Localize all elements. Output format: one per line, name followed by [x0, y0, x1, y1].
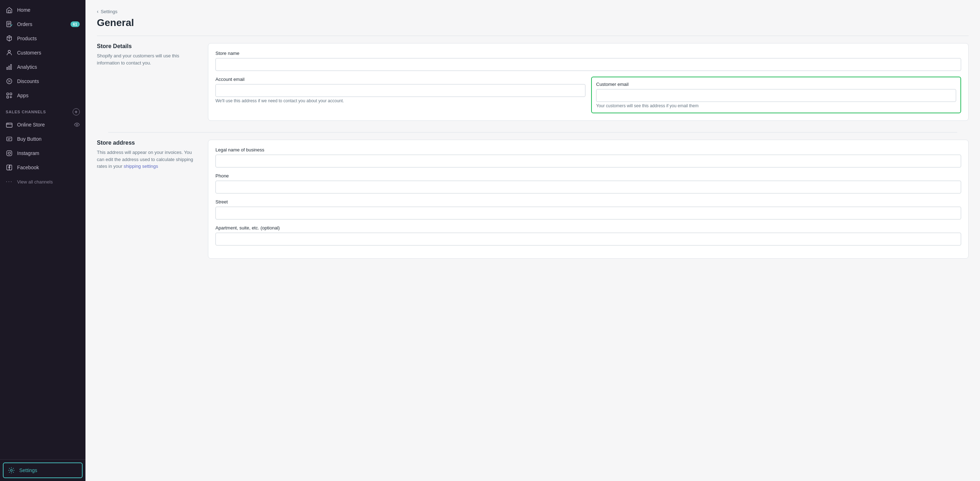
svg-rect-5: [11, 64, 12, 70]
apartment-label: Apartment, suite, etc. (optional): [215, 225, 961, 231]
customers-icon: [6, 49, 13, 56]
buy-button-icon: [6, 135, 13, 143]
customer-email-box: Customer email Your customers will see t…: [591, 76, 961, 113]
instagram-icon: [6, 150, 13, 157]
phone-group: Phone: [215, 173, 961, 193]
eye-icon[interactable]: [74, 122, 80, 127]
svg-rect-9: [7, 96, 8, 98]
apartment-group: Apartment, suite, etc. (optional): [215, 225, 961, 245]
home-icon: [6, 6, 13, 14]
analytics-icon: [6, 64, 13, 70]
settings-label: Settings: [19, 467, 37, 473]
store-name-label: Store name: [215, 51, 961, 56]
sidebar-item-view-all-channels[interactable]: ··· View all channels: [0, 175, 86, 189]
products-icon: [6, 35, 13, 42]
sidebar-item-products[interactable]: Products: [0, 31, 86, 46]
orders-badge: 61: [70, 21, 80, 27]
view-all-label: View all channels: [17, 179, 53, 185]
svg-point-2: [8, 50, 10, 53]
svg-rect-7: [7, 93, 8, 95]
online-store-label: Online Store: [17, 122, 45, 127]
sidebar-item-apps[interactable]: Apps: [0, 88, 86, 103]
svg-rect-4: [8, 66, 10, 70]
sidebar-item-analytics[interactable]: Analytics: [0, 60, 86, 74]
shipping-settings-link[interactable]: shipping settings: [124, 164, 158, 169]
sidebar-item-buy-button[interactable]: Buy Button: [0, 132, 86, 146]
store-address-text: This address will appear on your invoice…: [97, 149, 197, 170]
discounts-icon: [6, 78, 13, 85]
analytics-label: Analytics: [17, 64, 37, 70]
svg-rect-15: [7, 151, 12, 156]
svg-rect-0: [8, 10, 10, 13]
street-label: Street: [215, 199, 961, 204]
customers-label: Customers: [17, 50, 41, 56]
store-name-input[interactable]: [215, 58, 961, 71]
store-address-section: Store address This address will appear o…: [97, 140, 969, 259]
account-email-input[interactable]: [215, 84, 585, 97]
store-details-text: Shopify and your customers will use this…: [97, 53, 197, 66]
orders-icon: [6, 21, 13, 28]
legal-name-group: Legal name of business: [215, 147, 961, 167]
account-email-hint: We'll use this address if we need to con…: [215, 98, 585, 104]
page-header: ‹ Settings General: [86, 0, 980, 29]
sidebar-item-facebook[interactable]: Facebook: [0, 160, 86, 175]
products-label: Products: [17, 36, 37, 41]
sales-channels-section: SALES CHANNELS +: [0, 103, 86, 118]
sidebar-bottom: Settings: [0, 459, 86, 481]
online-store-icon: [6, 121, 13, 128]
settings-icon: [8, 467, 15, 474]
sales-channels-label: SALES CHANNELS: [6, 110, 46, 114]
instagram-label: Instagram: [17, 150, 39, 156]
apps-icon: [6, 92, 13, 99]
customer-email-label: Customer email: [596, 81, 956, 87]
store-details-card: Store name Account email We'll use this …: [208, 43, 969, 121]
account-email-group: Account email We'll use this address if …: [215, 76, 585, 108]
legal-name-label: Legal name of business: [215, 147, 961, 153]
sidebar-item-discounts[interactable]: Discounts: [0, 74, 86, 88]
svg-point-16: [8, 152, 10, 154]
svg-point-17: [10, 151, 11, 152]
store-details-description: Store Details Shopify and your customers…: [97, 43, 197, 121]
more-icon: ···: [6, 178, 13, 185]
store-address-description: Store address This address will appear o…: [97, 140, 197, 259]
breadcrumb[interactable]: ‹ Settings: [97, 8, 969, 14]
sidebar-item-customers[interactable]: Customers: [0, 46, 86, 60]
svg-rect-3: [7, 67, 8, 70]
account-email-label: Account email: [215, 76, 585, 82]
store-address-card: Legal name of business Phone Street Apar…: [208, 140, 969, 259]
svg-point-11: [7, 124, 8, 124]
customer-email-hint: Your customers will see this address if …: [596, 104, 956, 108]
sidebar-item-orders[interactable]: Orders 61: [0, 17, 86, 31]
apartment-input[interactable]: [215, 233, 961, 245]
apps-label: Apps: [17, 92, 29, 98]
phone-input[interactable]: [215, 181, 961, 193]
buy-button-label: Buy Button: [17, 136, 42, 142]
sidebar-item-home[interactable]: Home: [0, 3, 86, 17]
svg-point-19: [10, 469, 12, 471]
svg-rect-14: [7, 137, 12, 141]
header-divider: [97, 36, 969, 36]
add-channel-button[interactable]: +: [73, 108, 80, 115]
store-address-title: Store address: [97, 140, 197, 146]
customer-email-input[interactable]: [596, 89, 956, 102]
store-name-group: Store name: [215, 51, 961, 71]
sidebar-item-instagram[interactable]: Instagram: [0, 146, 86, 160]
store-details-section: Store Details Shopify and your customers…: [97, 43, 969, 121]
legal-name-input[interactable]: [215, 154, 961, 167]
sidebar-nav: Home Orders 61 Products: [0, 0, 86, 459]
sidebar-item-online-store[interactable]: Online Store: [0, 118, 86, 132]
svg-point-13: [76, 124, 78, 126]
page-title: General: [97, 17, 969, 29]
home-label: Home: [17, 7, 30, 13]
store-details-title: Store Details: [97, 43, 197, 49]
svg-rect-10: [6, 123, 12, 127]
content-area: Store Details Shopify and your customers…: [86, 43, 980, 282]
facebook-icon: [6, 164, 13, 171]
svg-rect-8: [10, 93, 12, 95]
discounts-label: Discounts: [17, 78, 39, 84]
facebook-label: Facebook: [17, 165, 39, 170]
orders-label: Orders: [17, 21, 32, 27]
street-input[interactable]: [215, 207, 961, 220]
street-group: Street: [215, 199, 961, 220]
sidebar-item-settings[interactable]: Settings: [3, 462, 83, 478]
